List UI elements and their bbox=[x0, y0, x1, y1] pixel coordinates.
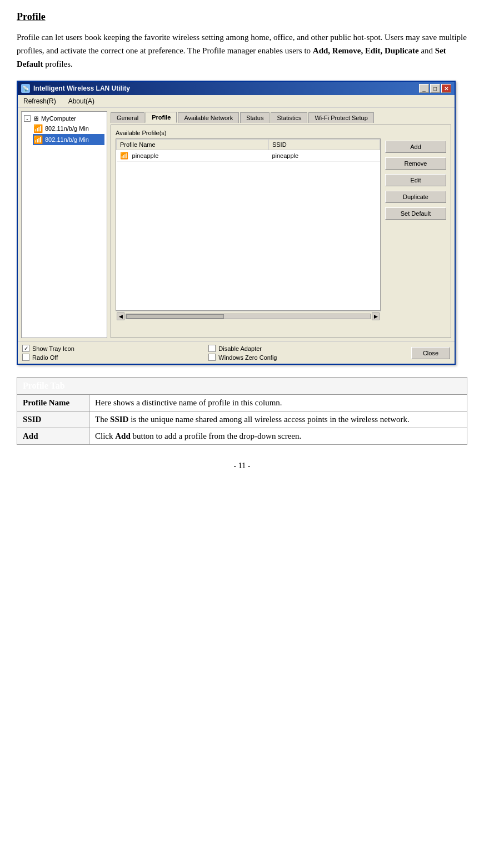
intro-suffix: profiles. bbox=[43, 59, 73, 68]
profile-table-container: Profile Name SSID 📶 pineapple bbox=[116, 138, 381, 311]
scroll-right-arrow[interactable]: ▶ bbox=[372, 313, 380, 320]
add-def-suffix: button to add a profile from the drop-do… bbox=[131, 431, 301, 440]
add-def-bold: Add bbox=[115, 431, 131, 440]
intro-connector: and bbox=[419, 46, 435, 55]
minimize-button[interactable]: _ bbox=[419, 84, 429, 93]
tab-status[interactable]: Status bbox=[240, 112, 270, 123]
radio-off-label: Radio Off bbox=[32, 354, 58, 361]
info-table: Profile Tab Profile Name Here shows a di… bbox=[17, 377, 467, 445]
add-button[interactable]: Add bbox=[385, 141, 446, 153]
duplicate-button[interactable]: Duplicate bbox=[385, 191, 446, 203]
show-tray-icon-row[interactable]: Show Tray Icon bbox=[22, 345, 74, 352]
bottom-middle-checkboxes: Disable Adapter Windows Zero Config bbox=[208, 345, 277, 361]
profile-scrollbar[interactable]: ◀ ▶ bbox=[116, 311, 381, 321]
wifi-icon-2: 📶 bbox=[33, 135, 43, 144]
tree-root-label: MyComputer bbox=[41, 115, 76, 122]
page-title: Profile bbox=[17, 11, 467, 23]
info-term-profile-name: Profile Name bbox=[17, 395, 89, 411]
windows-zero-config-checkbox[interactable] bbox=[208, 354, 216, 361]
tab-content-profile: Available Profile(s) Profile Name SSID bbox=[111, 125, 451, 338]
intro-bold-1: Add, Remove, Edit, Duplicate bbox=[313, 46, 419, 55]
info-def-profile-name: Here shows a distinctive name of profile… bbox=[89, 395, 467, 411]
windows-zero-config-row[interactable]: Windows Zero Config bbox=[208, 354, 277, 361]
ssid-def-prefix: The bbox=[95, 415, 110, 424]
scroll-track[interactable] bbox=[126, 314, 371, 319]
wifi-icon-1: 📶 bbox=[33, 124, 43, 133]
set-default-button[interactable]: Set Default bbox=[385, 207, 446, 220]
scroll-left-arrow[interactable]: ◀ bbox=[117, 313, 124, 320]
title-bar: 📡 Intelligent Wireless LAN Utility _ □ ✕ bbox=[18, 82, 455, 95]
info-row-ssid: SSID The SSID is the unique name shared … bbox=[17, 411, 467, 428]
disable-adapter-row[interactable]: Disable Adapter bbox=[208, 345, 277, 352]
page-footer: - 11 - bbox=[17, 462, 467, 470]
profile-name-cell: 📶 pineapple bbox=[117, 150, 269, 162]
tab-wifi-protect-setup[interactable]: Wi-Fi Protect Setup bbox=[308, 112, 373, 123]
info-def-ssid: The SSID is the unique name shared among… bbox=[89, 411, 467, 428]
tree-panel: - 🖥 MyComputer 📶 802.11n/b/g Min 📶 802.1… bbox=[21, 111, 107, 338]
menu-about[interactable]: About(A) bbox=[65, 96, 98, 106]
dialog-title: Intelligent Wireless LAN Utility bbox=[33, 85, 130, 92]
show-tray-icon-checkbox[interactable] bbox=[22, 345, 29, 352]
close-title-button[interactable]: ✕ bbox=[441, 84, 451, 93]
dialog-body: - 🖥 MyComputer 📶 802.11n/b/g Min 📶 802.1… bbox=[18, 108, 455, 341]
tree-item-2-label: 802.11n/b/g Min bbox=[45, 136, 89, 143]
edit-button[interactable]: Edit bbox=[385, 174, 446, 186]
tab-available-network[interactable]: Available Network bbox=[178, 112, 239, 123]
info-row-add: Add Click Add button to add a profile fr… bbox=[17, 428, 467, 445]
tabs-bar: General Profile Available Network Status… bbox=[111, 111, 451, 122]
title-bar-buttons[interactable]: _ □ ✕ bbox=[419, 84, 451, 93]
info-table-header-cell: Profile Tab bbox=[17, 378, 467, 395]
tab-profile[interactable]: Profile bbox=[146, 112, 177, 123]
computer-icon: 🖥 bbox=[33, 115, 39, 122]
profile-section-label: Available Profile(s) bbox=[116, 130, 381, 136]
right-panel: General Profile Available Network Status… bbox=[111, 111, 451, 338]
bottom-left-checkboxes: Show Tray Icon Radio Off bbox=[22, 345, 74, 361]
info-term-ssid: SSID bbox=[17, 411, 89, 428]
info-def-add: Click Add button to add a profile from t… bbox=[89, 428, 467, 445]
show-tray-icon-label: Show Tray Icon bbox=[32, 345, 74, 352]
windows-zero-config-label: Windows Zero Config bbox=[218, 354, 277, 361]
tree-item-1-label: 802.11n/b/g Min bbox=[45, 125, 89, 132]
add-def-prefix: Click bbox=[95, 431, 115, 440]
dialog-bottom-bar: Show Tray Icon Radio Off Disable Adapter… bbox=[18, 341, 455, 364]
title-bar-left: 📡 Intelligent Wireless LAN Utility bbox=[21, 84, 130, 93]
tree-root[interactable]: - 🖥 MyComputer bbox=[24, 114, 104, 123]
app-icon: 📡 bbox=[21, 84, 30, 93]
dialog-window: 📡 Intelligent Wireless LAN Utility _ □ ✕… bbox=[17, 81, 456, 365]
profile-table: Profile Name SSID 📶 pineapple bbox=[116, 139, 380, 162]
col-profile-name: Profile Name bbox=[117, 140, 269, 150]
info-table-header-row: Profile Tab bbox=[17, 378, 467, 395]
table-row[interactable]: 📶 pineapple pineapple bbox=[117, 150, 380, 162]
info-row-profile-name: Profile Name Here shows a distinctive na… bbox=[17, 395, 467, 411]
col-ssid: SSID bbox=[268, 140, 380, 150]
ssid-def-suffix: is the unique name shared among all wire… bbox=[128, 415, 409, 424]
ssid-value-cell: pineapple bbox=[268, 150, 380, 162]
intro-paragraph: Profile can let users book keeping the f… bbox=[17, 31, 467, 71]
restore-button[interactable]: □ bbox=[430, 84, 440, 93]
remove-button[interactable]: Remove bbox=[385, 157, 446, 170]
tab-general[interactable]: General bbox=[111, 112, 144, 123]
ssid-def-bold: SSID bbox=[110, 415, 128, 424]
profile-name-value: pineapple bbox=[132, 152, 159, 159]
tab-statistics[interactable]: Statistics bbox=[271, 112, 307, 123]
disable-adapter-checkbox[interactable] bbox=[208, 345, 216, 352]
radio-off-row[interactable]: Radio Off bbox=[22, 354, 74, 361]
profile-wifi-icon: 📶 bbox=[120, 152, 128, 160]
radio-off-checkbox[interactable] bbox=[22, 354, 29, 361]
info-table-section: Profile Tab Profile Name Here shows a di… bbox=[17, 377, 467, 445]
action-buttons: Add Remove Edit Duplicate Set Default bbox=[385, 130, 446, 333]
tree-expand-icon[interactable]: - bbox=[24, 115, 31, 122]
menu-refresh[interactable]: Refresh(R) bbox=[20, 96, 59, 106]
profile-area: Available Profile(s) Profile Name SSID bbox=[116, 130, 381, 333]
tree-item-1[interactable]: 📶 802.11n/b/g Min bbox=[33, 123, 104, 134]
scroll-thumb bbox=[126, 314, 224, 319]
disable-adapter-label: Disable Adapter bbox=[218, 345, 262, 352]
tree-children: 📶 802.11n/b/g Min 📶 802.11n/b/g Min bbox=[24, 123, 104, 145]
tree-item-2[interactable]: 📶 802.11n/b/g Min bbox=[33, 134, 104, 145]
info-term-add: Add bbox=[17, 428, 89, 445]
menu-bar: Refresh(R) About(A) bbox=[18, 95, 455, 108]
close-button[interactable]: Close bbox=[411, 347, 450, 359]
